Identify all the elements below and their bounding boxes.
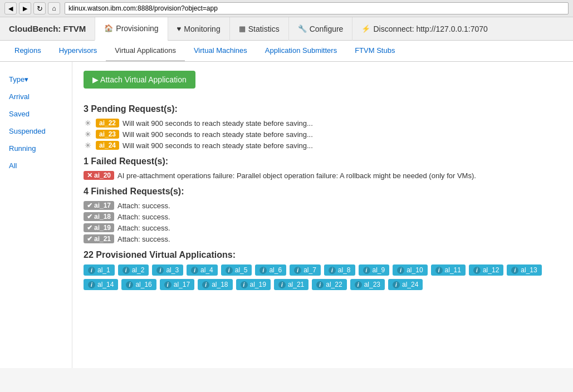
tab-application-submitters[interactable]: Application Submitters: [256, 41, 346, 61]
sidebar-item-running[interactable]: Running: [0, 140, 72, 157]
finished-badge-3[interactable]: ✔ ai_19: [84, 223, 114, 232]
pending-text-1: Will wait 900 seconds to reach steady st…: [123, 119, 313, 128]
info-icon-al_14: i: [88, 281, 95, 288]
provisioned-badge-al_18[interactable]: ial_18: [198, 279, 232, 290]
sidebar-item-saved[interactable]: Saved: [0, 105, 72, 122]
provisioned-badge-al_22[interactable]: ial_22: [312, 279, 346, 290]
secondary-tabs: Regions Hypervisors Virtual Applications…: [0, 41, 573, 62]
pending-text-3: Will wait 900 seconds to reach steady st…: [123, 141, 313, 150]
provisioned-badge-al_6[interactable]: ial_6: [255, 264, 286, 276]
tab-hypervisors[interactable]: Hypervisors: [50, 41, 106, 61]
pending-badge-1[interactable]: ai_22: [96, 119, 119, 128]
nav-statistics[interactable]: ▦ Statistics: [229, 17, 288, 41]
finished-section-title: 4 Finished Requests(s):: [84, 187, 562, 197]
forward-button[interactable]: ▶: [19, 2, 31, 14]
info-icon-al_21: i: [278, 281, 286, 288]
sidebar: Type▾ Arrival Saved Suspended Running Al…: [0, 62, 72, 368]
x-icon: ✕: [87, 171, 92, 179]
info-icon-al_23: i: [355, 281, 362, 288]
back-button[interactable]: ◀: [4, 2, 17, 14]
provisioned-badge-al_13[interactable]: ial_13: [507, 264, 541, 276]
provisioned-badge-al_14[interactable]: ial_14: [84, 279, 118, 290]
failed-row-1: ✕ ai_20 AI pre-attachment operations fai…: [84, 171, 562, 180]
stats-icon: ▦: [239, 24, 246, 33]
url-input[interactable]: [65, 2, 569, 14]
provisioned-badge-al_24[interactable]: ial_24: [388, 279, 423, 290]
failed-badge-1[interactable]: ✕ ai_20: [84, 171, 114, 180]
pending-text-2: Will wait 900 seconds to reach steady st…: [123, 130, 313, 139]
nav-configure[interactable]: 🔧 Configure: [288, 17, 352, 41]
info-icon-al_2: i: [123, 267, 130, 274]
provisioned-badge-al_9[interactable]: ial_9: [359, 264, 390, 276]
info-icon-al_3: i: [156, 267, 164, 274]
sidebar-item-all[interactable]: All: [0, 157, 72, 174]
main-layout: Type▾ Arrival Saved Suspended Running Al…: [0, 62, 573, 368]
finished-badge-1[interactable]: ✔ ai_17: [84, 201, 114, 210]
pending-badge-3[interactable]: ai_24: [96, 141, 119, 150]
info-icon-al_19: i: [241, 281, 248, 288]
spinner-icon-1: ✳: [84, 119, 92, 128]
tab-virtual-machines[interactable]: Virtual Machines: [185, 41, 256, 61]
provisioned-badge-al_1[interactable]: ial_1: [84, 264, 115, 276]
finished-row-3: ✔ ai_19 Attach: success.: [84, 223, 562, 232]
sidebar-item-arrival[interactable]: Arrival: [0, 88, 72, 105]
provisioned-badge-al_11[interactable]: ial_11: [431, 264, 466, 276]
tab-regions[interactable]: Regions: [6, 41, 50, 61]
info-icon-al_6: i: [259, 267, 267, 274]
info-icon-al_13: i: [511, 267, 518, 274]
wrench-icon: 🔧: [298, 24, 307, 33]
provisioned-section-title: 22 Provisioned Virtual Applications:: [84, 250, 562, 260]
reload-button[interactable]: ↻: [33, 2, 46, 14]
provisioned-badge-al_16[interactable]: ial_16: [121, 279, 156, 290]
nav-monitoring[interactable]: ♥ Monitoring: [168, 17, 229, 41]
provisioned-badge-al_3[interactable]: ial_3: [152, 264, 183, 276]
finished-row-4: ✔ ai_21 Attach: success.: [84, 234, 562, 243]
provisioned-badge-al_2[interactable]: ial_2: [118, 264, 149, 276]
provisioned-badge-al_21[interactable]: ial_21: [274, 279, 308, 290]
finished-text-2: Attach: success.: [117, 213, 170, 221]
info-icon-al_18: i: [202, 281, 209, 288]
provisioned-badge-al_7[interactable]: ial_7: [290, 264, 321, 276]
provisioned-badge-al_8[interactable]: ial_8: [324, 264, 355, 276]
provisioned-badge-al_4[interactable]: ial_4: [187, 264, 218, 276]
nav-disconnect[interactable]: ⚡ Disconnect: http://127.0.0.1:7070: [352, 17, 496, 41]
nav-provisioning[interactable]: 🏠 Provisioning: [95, 17, 167, 41]
provisioned-badge-al_10[interactable]: ial_10: [393, 264, 427, 276]
failed-section-title: 1 Failed Request(s):: [84, 156, 562, 166]
provisioned-badge-al_5[interactable]: ial_5: [221, 264, 252, 276]
sidebar-item-type[interactable]: Type▾: [0, 71, 72, 88]
finished-row-1: ✔ ai_17 Attach: success.: [84, 201, 562, 210]
check-icon-1: ✔: [87, 202, 92, 209]
pending-row-2: ✳ ai_23 Will wait 900 seconds to reach s…: [84, 130, 562, 139]
pending-row-3: ✳ ai_24 Will wait 900 seconds to reach s…: [84, 141, 562, 150]
info-icon-al_16: i: [126, 281, 133, 288]
home-button[interactable]: ⌂: [48, 2, 60, 14]
attach-virtual-application-button[interactable]: ▶ Attach Virtual Application: [84, 71, 195, 89]
browser-bar: ◀ ▶ ↻ ⌂: [0, 0, 573, 17]
heart-icon: ♥: [177, 24, 182, 33]
info-icon-al_10: i: [397, 267, 404, 274]
info-icon-al_7: i: [294, 267, 301, 274]
provisioned-grid: ial_1ial_2ial_3ial_4ial_5ial_6ial_7ial_8…: [84, 264, 562, 290]
info-icon-al_4: i: [191, 267, 198, 274]
info-icon-al_11: i: [435, 267, 443, 274]
pending-badge-2[interactable]: ai_23: [96, 130, 119, 139]
tab-virtual-applications[interactable]: Virtual Applications: [106, 41, 185, 61]
info-icon-al_1: i: [88, 267, 95, 274]
provisioned-badge-al_23[interactable]: ial_23: [350, 279, 385, 290]
finished-badge-4[interactable]: ✔ ai_21: [84, 234, 114, 243]
home-icon: 🏠: [104, 24, 113, 32]
provisioned-badge-al_12[interactable]: ial_12: [469, 264, 503, 276]
check-icon-4: ✔: [87, 235, 92, 243]
check-icon-2: ✔: [87, 213, 92, 220]
finished-badge-2[interactable]: ✔ ai_18: [84, 212, 114, 221]
pending-row-1: ✳ ai_22 Will wait 900 seconds to reach s…: [84, 119, 562, 128]
top-nav: CloudBench: FTVM 🏠 Provisioning ♥ Monito…: [0, 17, 573, 41]
info-icon-al_24: i: [393, 281, 400, 288]
tab-ftvm-stubs[interactable]: FTVM Stubs: [346, 41, 404, 61]
provisioned-badge-al_19[interactable]: ial_19: [236, 279, 271, 290]
sidebar-item-suspended[interactable]: Suspended: [0, 122, 72, 140]
provisioned-badge-al_17[interactable]: ial_17: [160, 279, 194, 290]
info-icon-al_12: i: [473, 267, 481, 274]
info-icon-al_17: i: [164, 281, 172, 288]
